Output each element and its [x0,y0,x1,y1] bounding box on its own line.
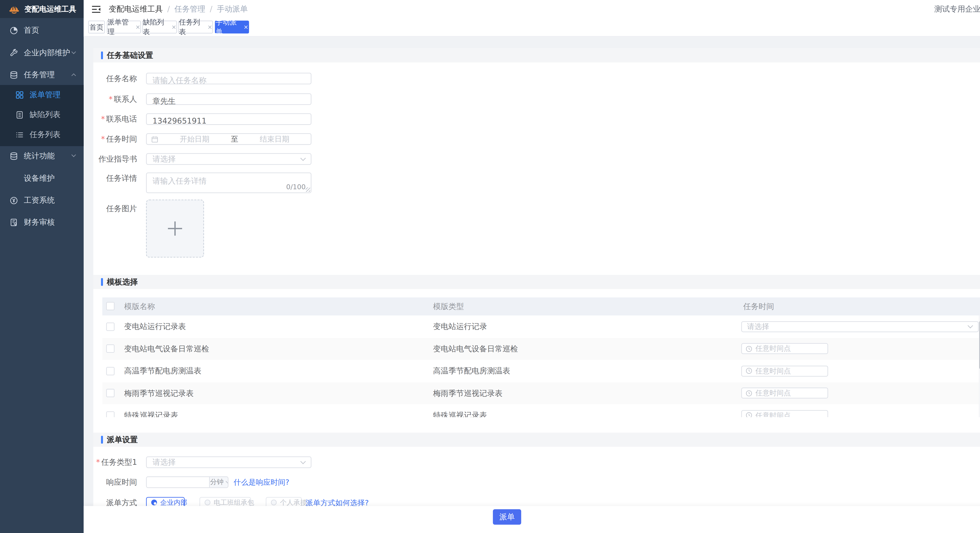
char-counter: 0/100 [286,183,305,190]
response-time-input[interactable] [147,477,210,487]
radio-option-electrician-team[interactable]: 电工班组承包 [199,497,251,506]
time-point-picker[interactable]: 任意时间点 [741,388,828,399]
row-checkbox[interactable] [106,344,115,353]
tab-label: 首页 [89,22,103,32]
section-header-template: 模板选择 [93,275,980,289]
work-guide-select[interactable]: 请选择 [146,153,312,165]
sidebar-item-dispatch-management[interactable]: 派单管理 [0,85,84,105]
time-point-picker[interactable]: 任意时间点 [741,410,828,417]
app-window: 变配电运维工具 首页 企业内部维护 [0,0,980,533]
tab-label: 派单管理 [107,18,132,37]
template-name: 变电站电气设备日常巡检 [124,338,209,360]
phone-input[interactable] [147,116,311,126]
clock-icon [746,390,752,396]
time-point-picker[interactable]: 任意时间点 [741,343,828,354]
sidebar-item-statistics[interactable]: 统计功能 [0,145,84,167]
radio-option-individual[interactable]: 个人承揽 [266,497,302,506]
chevron-down-icon [300,155,306,161]
radio-option-internal[interactable]: 企业内部 [146,497,185,506]
sidebar-item-label: 财务审核 [24,217,55,228]
plus-icon [168,222,182,236]
tab-label: 手动派单 [216,18,240,37]
table-row: 梅雨季节巡视记录表 梅雨季节巡视记录表 任意时间点 [102,382,980,404]
tab-manual-dispatch[interactable]: 手动派单 × [215,21,249,34]
sidebar-item-enterprise-maintenance[interactable]: 企业内部维护 [0,42,84,64]
section-title: 模板选择 [107,275,138,289]
task-time-select[interactable]: 请选择 [741,321,978,332]
task-time-range-picker[interactable]: 开始日期 至 结束日期 [146,133,312,145]
sidebar-item-finance-audit[interactable]: 财务审核 [0,211,84,233]
template-table-header: 模版名称 模版类型 任务时间 [102,297,980,316]
sidebar-fold-icon[interactable] [91,5,101,13]
tab-bar: 首页 派单管理 × 缺陷列表 × 任务列表 × 手动派单 × [84,18,980,37]
template-name: 变电站运行记录表 [124,316,186,338]
time-placeholder: 任意时间点 [756,410,791,417]
task-type-select[interactable]: 请选择 [146,456,312,468]
resize-grip-icon[interactable] [305,187,310,192]
phone-field [146,113,312,125]
sidebar-item-home[interactable]: 首页 [0,19,84,41]
breadcrumb: 变配电运维工具 / 任务管理 / 手动派单 [109,3,248,14]
sidebar-item-salary-system[interactable]: 工资系统 [0,189,84,211]
chevron-down-icon [72,49,76,54]
response-time-group: 分钟 [146,476,228,488]
sidebar-item-equipment-maintenance[interactable]: 设备维护 [0,168,84,190]
unit-select[interactable]: 分钟 [209,477,228,487]
template-name: 高温季节配电房测温表 [124,360,202,382]
dispatch-submit-button[interactable]: 派单 [493,509,521,525]
table-row: 特殊巡视记录表 特殊巡视记录表 任意时间点 [102,404,980,417]
tab-dispatch-management[interactable]: 派单管理 × [107,21,141,34]
time-placeholder: 任意时间点 [756,388,791,398]
section-title: 任务基础设置 [107,48,153,62]
sidebar-item-defect-list[interactable]: 缺陷列表 [0,105,84,125]
close-icon[interactable]: × [135,24,140,30]
sidebar-item-label: 派单管理 [30,89,60,101]
response-time-help-link[interactable]: 什么是响应时间? [234,476,289,488]
row-checkbox[interactable] [106,411,115,417]
company-name: 测试专用企业 [934,3,980,14]
sidebar-item-label: 任务管理 [24,69,55,80]
clock-icon [746,412,752,417]
calendar-icon [151,136,158,142]
tab-home[interactable]: 首页 [88,21,105,34]
sidebar-item-label: 首页 [24,25,39,36]
tab-defect-list[interactable]: 缺陷列表 × [142,21,177,34]
contact-input[interactable] [147,96,311,106]
database-icon [10,70,18,79]
select-all-checkbox[interactable] [106,302,115,310]
required-asterisk: * [101,134,105,144]
select-placeholder: 请选择 [153,154,176,164]
close-icon[interactable]: × [172,24,177,30]
range-separator: 至 [231,134,238,144]
breadcrumb-manual-dispatch: 手动派单 [217,3,248,14]
time-point-picker[interactable]: 任意时间点 [741,365,828,376]
chevron-down-icon [72,153,76,157]
radio-icon [271,499,277,506]
row-checkbox[interactable] [106,389,115,397]
breadcrumb-task-management[interactable]: 任务管理 [175,3,205,14]
sidebar-item-task-list[interactable]: 任务列表 [0,125,84,145]
template-name: 梅雨季节巡视记录表 [124,382,194,404]
company-dropdown[interactable]: 测试专用企业 [934,0,980,18]
close-icon[interactable]: × [243,24,248,30]
grid-icon [16,91,24,99]
task-type-label: *任务类型1 [93,456,137,468]
task-time-label: *任务时间 [93,133,137,145]
table-row: 变电站电气设备日常巡检 变电站电气设备日常巡检 任意时间点 [102,338,980,360]
chevron-down-icon [225,479,229,484]
row-checkbox[interactable] [106,322,115,330]
unit-label: 分钟 [210,477,224,486]
close-icon[interactable]: × [208,24,212,30]
required-asterisk: * [109,94,113,103]
image-upload-dropzone[interactable] [146,199,204,257]
table-scrollbar-thumb[interactable] [979,321,980,370]
dispatch-mode-help-link[interactable]: 派单方式如何选择? [305,497,369,506]
row-checkbox[interactable] [106,367,115,375]
task-name-input[interactable] [147,75,311,86]
tab-task-list[interactable]: 任务列表 × [178,21,213,34]
section-accent-bar [101,436,103,444]
database-icon [10,152,18,160]
table-row: 变电站运行记录表 变电站运行记录 请选择 [102,316,980,338]
task-detail-field: 0/100 [146,172,312,193]
sidebar-item-task-management[interactable]: 任务管理 [0,64,84,86]
